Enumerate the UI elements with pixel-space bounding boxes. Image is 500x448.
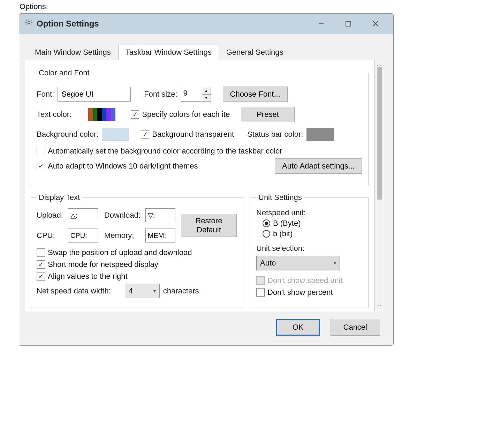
align-right-label: Align values to the right [48, 272, 128, 281]
ok-button[interactable]: OK [276, 319, 320, 336]
checkbox-icon [256, 276, 265, 285]
unit-selection-select[interactable]: Auto ▾ [256, 256, 340, 270]
group-legend-display-text: Display Text [37, 193, 82, 202]
chevron-down-icon: ▾ [153, 288, 156, 294]
maximize-button[interactable] [344, 20, 352, 28]
radio-byte[interactable]: B (Byte) [263, 219, 362, 228]
auto-adapt-label: Auto adapt to Windows 10 dark/light them… [48, 162, 198, 171]
chevron-down-icon: ▾ [334, 260, 336, 266]
svg-point-0 [28, 22, 30, 24]
text-color-label: Text color: [37, 110, 71, 119]
group-legend-unit-settings: Unit Settings [256, 193, 304, 202]
font-size-value[interactable]: 9 [181, 87, 202, 102]
dont-show-speed-unit-checkbox: Don't show speed unit [256, 276, 362, 285]
netspeed-unit-label: Netspeed unit: [256, 208, 362, 217]
spinner-up-icon[interactable]: ▲ [202, 87, 211, 95]
radio-bit-label: b (bit) [273, 229, 293, 238]
net-speed-width-value: 4 [129, 286, 133, 296]
cancel-button[interactable]: Cancel [331, 319, 380, 336]
upload-label: Upload: [37, 211, 63, 220]
scroll-down-icon[interactable]: ﹀ [377, 303, 382, 309]
font-input[interactable] [58, 87, 131, 102]
bg-color-label: Background color: [37, 130, 98, 139]
radio-icon [263, 230, 270, 238]
radio-bit[interactable]: b (bit) [263, 229, 362, 238]
font-size-label: Font size: [144, 90, 177, 99]
checkbox-icon: ✓ [37, 162, 45, 170]
dont-show-speed-unit-label: Don't show speed unit [267, 276, 343, 285]
memory-input[interactable] [145, 229, 175, 242]
net-speed-width-select[interactable]: 4 ▾ [125, 284, 160, 298]
window-title: Option Settings [37, 19, 99, 29]
font-size-spinner[interactable]: 9 ▲ ▼ [181, 87, 211, 102]
bg-transparent-checkbox[interactable]: ✓ Background transparent [141, 130, 234, 139]
bg-color-swatch[interactable] [102, 128, 129, 141]
checkbox-icon [37, 248, 45, 257]
tab-general-settings[interactable]: General Settings [219, 45, 291, 60]
tab-main-window-settings[interactable]: Main Window Settings [28, 45, 118, 60]
close-button[interactable] [372, 20, 379, 28]
net-speed-width-suffix: characters [163, 286, 199, 296]
cpu-label: CPU: [37, 231, 63, 240]
upload-input[interactable] [68, 208, 98, 222]
specify-colors-label: Specify colors for each ite [142, 110, 230, 119]
tabs: Main Window Settings Taskbar Window Sett… [24, 34, 384, 60]
gear-icon [25, 18, 33, 29]
cpu-input[interactable] [68, 229, 98, 242]
minimize-button[interactable] [317, 20, 325, 28]
checkbox-icon [37, 147, 45, 155]
dont-show-percent-checkbox[interactable]: Don't show percent [256, 288, 362, 297]
choose-font-button[interactable]: Choose Font... [223, 87, 288, 102]
preset-button[interactable]: Preset [241, 107, 295, 122]
memory-label: Memory: [104, 231, 141, 240]
checkbox-icon: ✓ [141, 130, 149, 139]
checkbox-icon: ✓ [131, 110, 139, 119]
tab-taskbar-window-settings[interactable]: Taskbar Window Settings [118, 45, 219, 60]
dont-show-percent-label: Don't show percent [267, 288, 333, 297]
text-color-swatch[interactable] [88, 108, 115, 121]
font-label: Font: [37, 90, 54, 99]
status-bar-color-label: Status bar color: [247, 130, 303, 139]
download-label: Download: [104, 211, 141, 220]
option-settings-window: Option Settings Main Window Settings Tas… [19, 13, 394, 346]
group-color-and-font: Color and Font Font: Font size: 9 ▲ ▼ [30, 68, 369, 185]
short-mode-label: Short mode for netspeed display [48, 260, 158, 269]
checkbox-icon: ✓ [37, 272, 45, 281]
group-legend-color-font: Color and Font [37, 68, 92, 77]
scrollbar-thumb[interactable] [377, 67, 382, 200]
restore-default-button[interactable]: Restore Default [181, 214, 237, 237]
group-unit-settings: Unit Settings Netspeed unit: B (Byte) b … [250, 193, 369, 307]
specify-colors-checkbox[interactable]: ✓ Specify colors for each ite [131, 110, 230, 119]
unit-selection-label: Unit selection: [256, 244, 362, 253]
svg-rect-2 [346, 21, 351, 26]
spinner-down-icon[interactable]: ▼ [202, 95, 211, 102]
status-bar-color-swatch[interactable] [306, 128, 334, 141]
auto-adapt-settings-button[interactable]: Auto Adapt settings... [275, 158, 362, 174]
swap-upload-download-checkbox[interactable]: Swap the position of upload and download [37, 248, 237, 257]
checkbox-icon [256, 288, 265, 297]
download-input[interactable] [145, 208, 175, 222]
dialog-footer: OK Cancel [24, 311, 384, 338]
radio-byte-label: B (Byte) [273, 219, 301, 228]
vertical-scrollbar[interactable]: ︿ ﹀ [374, 60, 384, 311]
group-display-text: Display Text Upload: Download: CPU: [30, 193, 243, 307]
unit-selection-value: Auto [260, 259, 276, 268]
bg-transparent-label: Background transparent [152, 130, 234, 139]
short-mode-checkbox[interactable]: ✓ Short mode for netspeed display [37, 260, 237, 269]
tab-panel: Color and Font Font: Font size: 9 ▲ ▼ [24, 60, 374, 311]
checkbox-icon: ✓ [37, 260, 45, 269]
align-right-checkbox[interactable]: ✓ Align values to the right [37, 272, 237, 281]
auto-bg-checkbox[interactable]: Automatically set the background color a… [37, 147, 362, 156]
titlebar: Option Settings [19, 14, 393, 34]
page-options-label: Options: [20, 2, 481, 11]
radio-icon [263, 219, 270, 227]
auto-adapt-checkbox[interactable]: ✓ Auto adapt to Windows 10 dark/light th… [37, 162, 198, 171]
swap-label: Swap the position of upload and download [48, 248, 192, 257]
auto-bg-label: Automatically set the background color a… [48, 147, 282, 156]
net-speed-width-label: Net speed data width: [37, 286, 111, 296]
